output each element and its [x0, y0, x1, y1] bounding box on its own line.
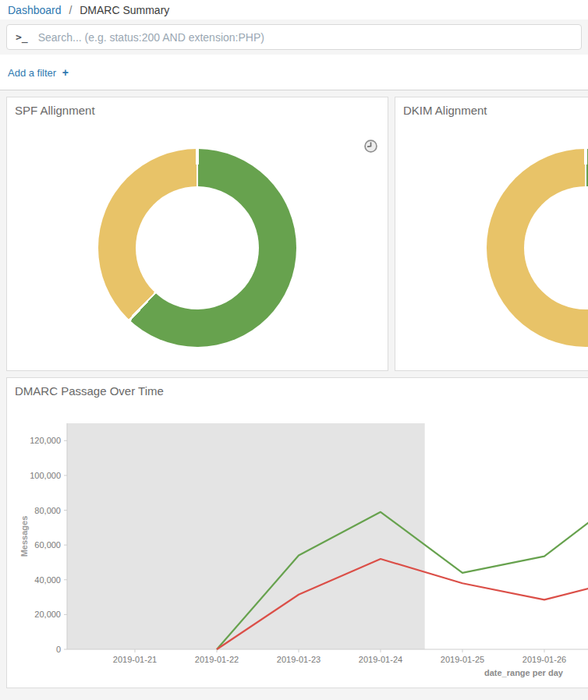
breadcrumb: Dashboard / DMARC Summary [0, 0, 588, 19]
y-tick-label: 60,000 [34, 540, 61, 550]
filter-bar: Add a filter + [0, 55, 588, 90]
breadcrumb-separator: / [69, 4, 72, 16]
search-bar: >_ [0, 19, 588, 55]
dmarc-time-chart[interactable]: 020,00040,00060,00080,000100,000120,0002… [7, 378, 588, 688]
breadcrumb-dashboard-link[interactable]: Dashboard [8, 4, 62, 16]
x-tick-label: 2019-01-25 [441, 655, 484, 664]
search-box: >_ [6, 24, 582, 50]
terminal-prompt-icon: >_ [16, 31, 28, 43]
spf-alignment-panel: SPF Allignment [6, 97, 388, 371]
dmarc-passage-over-time-panel: DMARC Passage Over Time 020,00040,00060,… [6, 377, 588, 688]
add-filter-label: Add a filter [8, 67, 56, 79]
y-tick-label: 100,000 [30, 471, 61, 480]
dashboard-top-row: SPF Allignment DKIM Alignment [6, 97, 588, 371]
spf-alignment-donut[interactable] [98, 149, 296, 347]
breadcrumb-current-page: DMARC Summary [80, 4, 169, 16]
clock-icon[interactable] [364, 140, 377, 153]
y-tick-label: 0 [56, 645, 61, 654]
y-tick-label: 20,000 [34, 610, 61, 619]
x-tick-label: 2019-01-22 [195, 655, 239, 664]
panel-title: DKIM Alignment [403, 104, 487, 117]
plus-icon: + [62, 66, 69, 79]
clock-icon-svg [364, 140, 377, 153]
donut-hole [524, 186, 588, 309]
search-input[interactable] [37, 30, 572, 44]
x-tick-label: 2019-01-21 [113, 655, 157, 664]
dkim-alignment-donut[interactable] [487, 149, 588, 347]
add-filter-button[interactable]: Add a filter + [8, 67, 69, 79]
dkim-alignment-panel: DKIM Alignment [395, 97, 588, 371]
dashboard-grid: SPF Allignment DKIM Alignment [0, 90, 588, 700]
x-axis-title: date_range per day [484, 668, 564, 677]
x-tick-label: 2019-01-24 [359, 655, 402, 664]
panel-title: SPF Allignment [15, 104, 95, 117]
y-axis-title: Messages [19, 516, 29, 557]
x-tick-label: 2019-01-23 [277, 655, 321, 664]
y-tick-label: 40,000 [34, 575, 61, 585]
kibana-dashboard-page: Dashboard / DMARC Summary >_ Add a filte… [0, 0, 588, 700]
x-tick-label: 2019-01-26 [522, 655, 566, 664]
donut-hole [136, 186, 259, 309]
y-tick-label: 80,000 [34, 506, 61, 515]
y-tick-label: 120,000 [30, 436, 61, 445]
